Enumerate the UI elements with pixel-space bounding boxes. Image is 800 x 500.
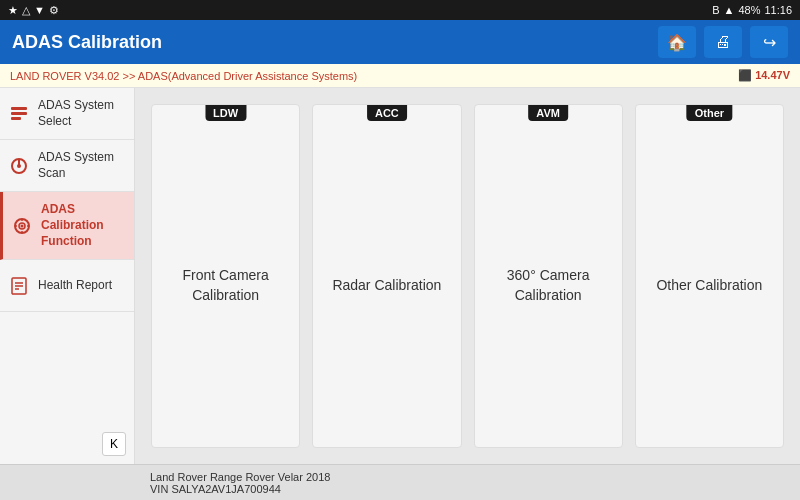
ldw-card[interactable]: LDW Front Camera Calibration bbox=[151, 104, 300, 448]
home-button[interactable]: 🏠 bbox=[658, 26, 696, 58]
bluetooth-icon: ★ bbox=[8, 4, 18, 17]
avm-label: 360° Camera Calibration bbox=[483, 266, 614, 305]
breadcrumb-text: LAND ROVER V34.02 >> ADAS(Advanced Drive… bbox=[10, 70, 357, 82]
acc-label: Radar Calibration bbox=[332, 276, 441, 296]
breadcrumb: LAND ROVER V34.02 >> ADAS(Advanced Drive… bbox=[0, 64, 800, 88]
acc-badge: ACC bbox=[367, 105, 407, 121]
settings-icon: ⚙ bbox=[49, 4, 59, 17]
network-icon: ▲ bbox=[724, 4, 735, 16]
calibration-content: LDW Front Camera Calibration ACC Radar C… bbox=[135, 88, 800, 464]
header-buttons: 🏠 🖨 ↪ bbox=[658, 26, 788, 58]
battery-voltage: ⬛ 14.47V bbox=[738, 69, 790, 82]
time-display: 11:16 bbox=[764, 4, 792, 16]
svg-point-8 bbox=[21, 224, 24, 227]
sidebar: ADAS System Select ADAS System Scan bbox=[0, 88, 135, 464]
adas-scan-icon bbox=[8, 155, 30, 177]
svg-rect-0 bbox=[11, 107, 27, 110]
exit-button[interactable]: ↪ bbox=[750, 26, 788, 58]
status-right-icons: B ▲ 48% 11:16 bbox=[712, 4, 792, 16]
ldw-badge: LDW bbox=[205, 105, 246, 121]
ldw-label: Front Camera Calibration bbox=[160, 266, 291, 305]
signal-icon: ▼ bbox=[34, 4, 45, 16]
avm-card[interactable]: AVM 360° Camera Calibration bbox=[474, 104, 623, 448]
sidebar-item-health-report[interactable]: Health Report bbox=[0, 260, 134, 312]
other-card[interactable]: Other Other Calibration bbox=[635, 104, 784, 448]
sidebar-item-adas-calibration[interactable]: ADAS Calibration Function bbox=[0, 192, 134, 260]
main-layout: ADAS System Select ADAS System Scan bbox=[0, 88, 800, 464]
sidebar-item-adas-system-scan[interactable]: ADAS System Scan bbox=[0, 140, 134, 192]
sidebar-label-adas-scan: ADAS System Scan bbox=[38, 150, 126, 181]
sidebar-label-adas-calib: ADAS Calibration Function bbox=[41, 202, 126, 249]
sidebar-item-adas-system-select[interactable]: ADAS System Select bbox=[0, 88, 134, 140]
svg-rect-1 bbox=[11, 112, 27, 115]
vehicle-vin: VIN SALYA2AV1JA700944 bbox=[150, 483, 650, 495]
app-title: ADAS Calibration bbox=[12, 32, 162, 53]
other-badge: Other bbox=[687, 105, 732, 121]
status-left-icons: ★ △ ▼ ⚙ bbox=[8, 4, 59, 17]
svg-point-5 bbox=[17, 164, 21, 168]
svg-rect-2 bbox=[11, 117, 21, 120]
status-bar: ★ △ ▼ ⚙ B ▲ 48% 11:16 bbox=[0, 0, 800, 20]
sidebar-label-adas-select: ADAS System Select bbox=[38, 98, 126, 129]
adas-calib-icon bbox=[11, 215, 33, 237]
battery-status: 48% bbox=[738, 4, 760, 16]
bt-icon: B bbox=[712, 4, 719, 16]
acc-card[interactable]: ACC Radar Calibration bbox=[312, 104, 461, 448]
other-label: Other Calibration bbox=[656, 276, 762, 296]
header: ADAS Calibration 🏠 🖨 ↪ bbox=[0, 20, 800, 64]
print-button[interactable]: 🖨 bbox=[704, 26, 742, 58]
avm-badge: AVM bbox=[528, 105, 568, 121]
vehicle-model: Land Rover Range Rover Velar 2018 bbox=[150, 471, 650, 483]
adas-select-icon bbox=[8, 103, 30, 125]
vehicle-info-footer: Land Rover Range Rover Velar 2018 VIN SA… bbox=[0, 464, 800, 500]
wifi-icon: △ bbox=[22, 4, 30, 17]
collapse-button[interactable]: K bbox=[102, 432, 126, 456]
sidebar-label-health: Health Report bbox=[38, 278, 112, 294]
health-report-icon bbox=[8, 275, 30, 297]
